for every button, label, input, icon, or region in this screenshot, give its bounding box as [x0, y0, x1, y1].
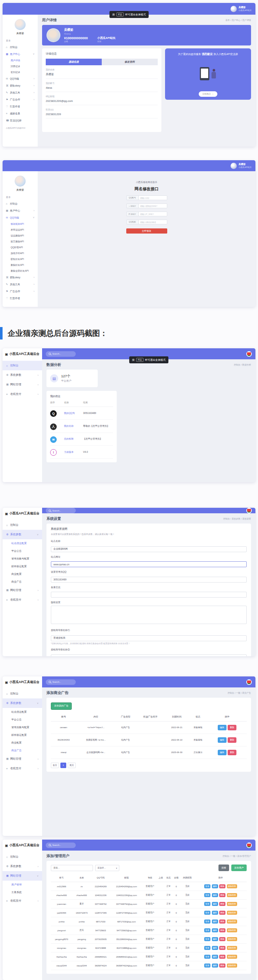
sidebar-item[interactable]: ▦ 网站管理 ˅ [3, 871, 42, 881]
header-user-chip[interactable]: 吴樱姿 小西瓜API站长 [231, 6, 252, 12]
revoke-perm-button[interactable]: 移除权限 [227, 893, 237, 897]
sidebar-item[interactable]: ¤ 在线支付 › [3, 595, 42, 605]
sidebar-item[interactable]: 邮件验证配置 [3, 562, 42, 570]
delete-button[interactable]: 删除 [219, 955, 225, 959]
sidebar-item[interactable]: ▦ 网站管理 › [3, 754, 42, 764]
sidebar-item[interactable]: 说说删除API [3, 233, 38, 239]
edit-button[interactable]: 编辑 [212, 893, 218, 897]
edit-button[interactable]: 编辑 [218, 725, 226, 730]
sidebar-item[interactable]: ⌂ 控制台 [3, 361, 42, 370]
sidebar-item[interactable]: ▦ 网站管理 › [3, 585, 42, 595]
search-button[interactable]: 搜索 [218, 864, 229, 871]
revoke-perm-button[interactable]: 移除权限 [227, 946, 237, 950]
sidebar-item[interactable]: ⚑ 广告合作 › [3, 96, 38, 103]
delete-button[interactable]: 删除 [219, 928, 225, 932]
sidebar-item[interactable]: ☎ 交流QQ群 [3, 117, 38, 124]
sidebar-item[interactable]: 管理员账号配置 [3, 723, 42, 731]
edit-button[interactable]: 编辑 [212, 964, 218, 967]
login-button[interactable]: 登录 [204, 893, 211, 897]
sidebar-item[interactable]: ⌂ 控制台 [3, 520, 42, 530]
sidebar-item[interactable]: ⚙ 系统参数 › [3, 370, 42, 380]
add-ad-button[interactable]: 添加新的广告 [51, 702, 72, 710]
info-row-label[interactable]: 我的名称 [64, 425, 83, 428]
info-row-label[interactable]: 我的QQ号 [64, 412, 83, 415]
sidebar-item[interactable]: ¤ 在线支付 › [3, 896, 42, 905]
delete-button[interactable]: 删除 [219, 911, 225, 915]
search-input[interactable]: Search... [46, 508, 76, 513]
header-avatar[interactable] [246, 843, 252, 848]
revoke-perm-button[interactable]: 移除权限 [227, 911, 237, 915]
page-1-button[interactable]: 1 [60, 763, 66, 768]
sidebar-item[interactable]: ¤ 在线支付 › [3, 764, 42, 773]
site-name-input[interactable] [51, 546, 247, 552]
delete-button[interactable]: 删除 [228, 737, 236, 743]
sidebar-item[interactable]: ▦ 网站管理 › [3, 380, 42, 389]
icp-input[interactable] [51, 592, 247, 598]
sidebar-item[interactable]: 删除好友API [3, 262, 38, 268]
last-page-button[interactable]: 尾页 [68, 763, 76, 768]
sidebar-item[interactable]: ▦ 用户中心 ˅ [3, 51, 38, 57]
search-input[interactable]: Search... [46, 843, 76, 848]
sidebar-item[interactable]: 站点信息配置 [3, 708, 42, 716]
sidebar-item[interactable]: 商业广告 [3, 578, 42, 585]
delete-button[interactable]: 删除 [219, 964, 225, 967]
sidebar-item[interactable]: 基本 [3, 195, 38, 200]
app-logo[interactable]: 小西瓜API工具箱后台 [3, 676, 42, 689]
info-row-label[interactable]: 当前版本 [64, 450, 83, 454]
delete-button[interactable]: 删除 [219, 937, 225, 941]
sidebar-item[interactable]: ⌘ 获取skey › [3, 82, 38, 89]
sidebar-item[interactable]: 平台公告 [3, 716, 42, 723]
sidebar-item[interactable]: ✉ QQ功能 › [3, 75, 38, 82]
app-logo[interactable]: 小西瓜API工具箱后台 [3, 840, 42, 852]
tab[interactable]: 基础信息 [46, 59, 102, 65]
header-avatar[interactable] [246, 351, 252, 357]
site-url-input[interactable] [51, 561, 247, 567]
revoke-perm-button[interactable]: 移除权限 [227, 937, 237, 941]
header-avatar[interactable] [246, 679, 252, 685]
revoke-perm-button[interactable]: 移除权限 [227, 955, 237, 959]
sidebar-item[interactable]: ⌘ 获取skey › [3, 274, 38, 281]
tab[interactable]: 修改资料 [102, 59, 158, 65]
delete-button[interactable]: 删除 [219, 902, 225, 906]
login-button[interactable]: 登录 [204, 902, 211, 906]
form-input[interactable] [139, 196, 167, 200]
sidebar-item[interactable]: 签到记录 [3, 69, 38, 75]
sidebar-item[interactable]: 发布说说API [3, 227, 38, 233]
sidebar-item[interactable]: 游戏序IDAPI [3, 250, 38, 256]
sidebar-item[interactable]: ✉ QQ功能 ˅ [3, 214, 38, 221]
login-button[interactable]: 登录 [204, 928, 211, 932]
edit-button[interactable]: 编辑 [212, 928, 218, 932]
sidebar-item[interactable]: ⌂ 控制台 [3, 852, 42, 862]
sidebar-item[interactable]: ⌂ 控制台 [3, 689, 42, 698]
delete-button[interactable]: 删除 [219, 946, 225, 950]
header-avatar[interactable] [246, 508, 252, 513]
delete-button[interactable]: 删除 [219, 893, 225, 897]
edit-button[interactable]: 编辑 [212, 937, 218, 941]
sidebar-item[interactable]: ⌂ 控制台 [3, 44, 38, 51]
edit-button[interactable]: 编辑 [212, 911, 218, 915]
edit-button[interactable]: 编辑 [212, 920, 218, 924]
delete-button[interactable]: 删除 [219, 920, 225, 924]
header-user-chip[interactable]: 吴樱姿 小西瓜API站长 [231, 163, 252, 169]
info-row-label[interactable]: 您的权限 [64, 438, 83, 441]
sidebar-item[interactable]: 邮件验证配置 [3, 731, 42, 739]
sidebar-item[interactable]: 站点信息配置 [3, 539, 42, 547]
sidebar-item[interactable]: 基本 [3, 38, 38, 44]
submit-button[interactable]: 立即修改 [126, 228, 167, 234]
app-logo[interactable]: 小西瓜API工具箱后台 [3, 348, 42, 361]
first-page-button[interactable]: 首页 [51, 763, 59, 768]
sidebar-item[interactable]: ⚙ 系统参数 › [3, 862, 42, 871]
edit-button[interactable]: 编辑 [218, 737, 226, 743]
login-button[interactable]: 登录 [204, 946, 211, 950]
sidebar-item[interactable]: 商业配置 [3, 570, 42, 578]
sidebar-item[interactable]: 平台公告 [3, 547, 42, 555]
form-input[interactable] [139, 204, 167, 208]
login-button[interactable]: 登录 [204, 964, 211, 967]
sidebar-item[interactable]: ⚑ 广告合作 › [3, 288, 38, 295]
sidebar-item[interactable]: ¤ 在线支付 › [3, 389, 42, 399]
edit-button[interactable]: 编辑 [212, 946, 218, 950]
form-input[interactable] [139, 220, 167, 224]
login-button[interactable]: 登录 [204, 911, 211, 915]
delete-button[interactable]: 删除 [228, 750, 236, 755]
revoke-perm-button[interactable]: 移除权限 [227, 902, 237, 906]
